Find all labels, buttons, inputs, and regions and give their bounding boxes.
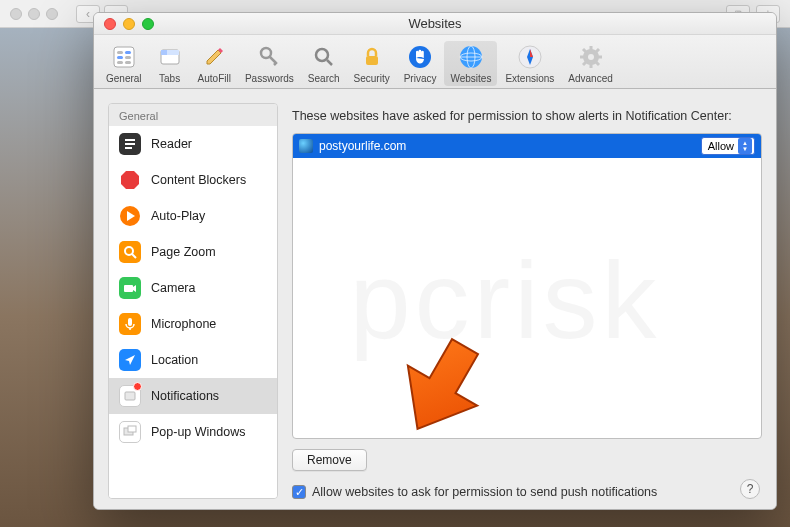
svg-line-30 [596, 49, 599, 52]
sidebar-item-camera[interactable]: Camera [109, 270, 277, 306]
checkbox-label: Allow websites to ask for permission to … [312, 485, 657, 499]
svg-point-11 [316, 49, 328, 61]
allow-ask-checkbox[interactable]: ✓ [292, 485, 306, 499]
toolbar-label: Privacy [404, 73, 437, 84]
svg-rect-9 [161, 50, 167, 55]
bg-traffic-dot [46, 8, 58, 20]
main-panel: These websites have asked for permission… [292, 103, 762, 499]
sidebar-item-reader[interactable]: Reader [109, 126, 277, 162]
sidebar-item-popup-windows[interactable]: Pop-up Windows [109, 414, 277, 450]
tabs-icon [156, 43, 184, 71]
gear-icon [577, 43, 605, 71]
svg-rect-2 [125, 51, 131, 54]
svg-rect-33 [125, 147, 132, 149]
toolbar-label: Search [308, 73, 340, 84]
site-favicon-icon [299, 139, 313, 153]
toolbar-advanced[interactable]: Advanced [562, 41, 618, 86]
camera-icon [119, 277, 141, 299]
svg-rect-4 [125, 56, 131, 59]
zoom-icon [119, 241, 141, 263]
sidebar-item-page-zoom[interactable]: Page Zoom [109, 234, 277, 270]
svg-rect-44 [125, 392, 135, 400]
svg-marker-43 [125, 355, 135, 365]
website-row[interactable]: postyourlife.com Allow ▲▼ [293, 134, 761, 158]
sidebar-item-label: Notifications [151, 389, 219, 403]
toolbar-websites[interactable]: Websites [444, 41, 497, 86]
toolbar-label: Advanced [568, 73, 612, 84]
svg-line-27 [583, 49, 586, 52]
toolbar-label: Extensions [505, 73, 554, 84]
svg-rect-1 [117, 51, 123, 54]
sidebar-item-label: Location [151, 353, 198, 367]
search-icon [310, 43, 338, 71]
svg-line-28 [596, 62, 599, 65]
svg-rect-32 [125, 143, 135, 145]
globe-icon [457, 43, 485, 71]
toolbar-label: General [106, 73, 142, 84]
toolbar-label: Security [354, 73, 390, 84]
pencil-icon [200, 43, 228, 71]
help-button[interactable]: ? [740, 479, 760, 499]
svg-rect-0 [114, 47, 134, 67]
permission-select[interactable]: Allow ▲▼ [701, 137, 755, 155]
play-icon [119, 205, 141, 227]
sidebar-item-location[interactable]: Location [109, 342, 277, 378]
svg-marker-34 [121, 171, 139, 189]
sidebar-header: General [109, 104, 277, 126]
site-name: postyourlife.com [319, 139, 695, 153]
sidebar-item-microphone[interactable]: Microphone [109, 306, 277, 342]
sidebar-item-label: Camera [151, 281, 195, 295]
notification-badge [133, 382, 142, 391]
toolbar-label: Tabs [159, 73, 180, 84]
toolbar-autofill[interactable]: AutoFill [192, 41, 237, 86]
hand-icon [406, 43, 434, 71]
svg-rect-12 [366, 56, 378, 65]
sidebar-item-notifications[interactable]: Notifications [109, 378, 277, 414]
svg-rect-3 [117, 56, 123, 59]
bg-traffic-dot [10, 8, 22, 20]
sidebar-item-label: Content Blockers [151, 173, 246, 187]
window-title: Websites [94, 16, 776, 31]
svg-rect-39 [124, 285, 133, 292]
toolbar-security[interactable]: Security [348, 41, 396, 86]
svg-rect-31 [125, 139, 135, 141]
svg-rect-5 [117, 61, 123, 64]
svg-line-29 [583, 62, 586, 65]
remove-button[interactable]: Remove [292, 449, 367, 471]
svg-line-38 [132, 254, 136, 258]
sidebar-item-label: Reader [151, 137, 192, 151]
svg-point-22 [588, 54, 594, 60]
key-icon [255, 43, 283, 71]
toolbar-passwords[interactable]: Passwords [239, 41, 300, 86]
titlebar: Websites [94, 13, 776, 35]
bg-traffic-dot [28, 8, 40, 20]
permission-value: Allow [708, 140, 734, 152]
stop-icon [119, 169, 141, 191]
reader-icon [119, 133, 141, 155]
svg-rect-6 [125, 61, 131, 64]
updown-icon: ▲▼ [738, 138, 752, 154]
preferences-toolbar: General Tabs AutoFill Passwords Search [94, 35, 776, 89]
sidebar-item-auto-play[interactable]: Auto-Play [109, 198, 277, 234]
sidebar-item-label: Pop-up Windows [151, 425, 246, 439]
sidebar-item-label: Page Zoom [151, 245, 216, 259]
description-text: These websites have asked for permission… [292, 109, 762, 123]
toolbar-label: AutoFill [198, 73, 231, 84]
toolbar-tabs[interactable]: Tabs [150, 41, 190, 86]
websites-list[interactable]: postyourlife.com Allow ▲▼ [292, 133, 762, 439]
svg-rect-46 [128, 426, 136, 432]
switches-icon [110, 43, 138, 71]
preferences-window: Websites General Tabs AutoFill Passwords [93, 12, 777, 510]
toolbar-general[interactable]: General [100, 41, 148, 86]
microphone-icon [119, 313, 141, 335]
toolbar-privacy[interactable]: Privacy [398, 41, 443, 86]
svg-rect-41 [128, 318, 132, 326]
compass-icon [516, 43, 544, 71]
toolbar-label: Passwords [245, 73, 294, 84]
popup-icon [119, 421, 141, 443]
lock-icon [358, 43, 386, 71]
toolbar-search[interactable]: Search [302, 41, 346, 86]
toolbar-extensions[interactable]: Extensions [499, 41, 560, 86]
sidebar-item-content-blockers[interactable]: Content Blockers [109, 162, 277, 198]
sidebar-item-label: Microphone [151, 317, 216, 331]
